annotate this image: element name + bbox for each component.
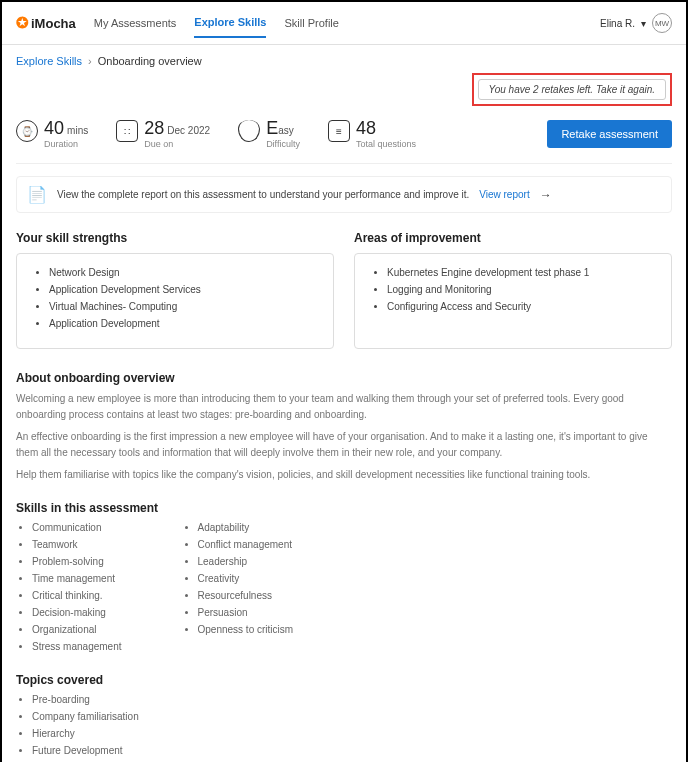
list-item: Hierarchy bbox=[32, 725, 139, 742]
list-item: Pre-boarding bbox=[32, 691, 139, 708]
skills-col1: CommunicationTeamworkProblem-solvingTime… bbox=[16, 519, 122, 655]
top-bar: ✪ iMocha My Assessments Explore Skills S… bbox=[2, 2, 686, 45]
list-item: Network Design bbox=[49, 264, 319, 281]
improve-title: Areas of improvement bbox=[354, 231, 672, 245]
improve-list: Kubernetes Engine development test phase… bbox=[369, 264, 657, 315]
calendar-icon: ∷ bbox=[116, 120, 138, 142]
avatar: MW bbox=[652, 13, 672, 33]
chevron-down-icon: ▾ bbox=[641, 18, 646, 29]
stats-row: ⌚ 40 mins Duration ∷ 28 Dec 2022 Due on … bbox=[16, 110, 672, 164]
list-item: Virtual Machines- Computing bbox=[49, 298, 319, 315]
retake-notice: You have 2 retakes left. Take it again. bbox=[478, 79, 666, 100]
list-item: Openness to criticism bbox=[198, 621, 294, 638]
list-item: Configuring Access and Security bbox=[387, 298, 657, 315]
improve-box: Kubernetes Engine development test phase… bbox=[354, 253, 672, 349]
list-item: Organizational bbox=[32, 621, 122, 638]
stat-difficulty: Easy Difficulty bbox=[238, 118, 300, 149]
brand-name: iMocha bbox=[31, 16, 76, 31]
about-p1: Welcoming a new employee is more than in… bbox=[16, 391, 672, 423]
skills-title: Skills in this assessment bbox=[16, 501, 672, 515]
stat-due: ∷ 28 Dec 2022 Due on bbox=[116, 118, 210, 149]
list-item: Teamwork bbox=[32, 536, 122, 553]
list-item: Company familiarisation bbox=[32, 708, 139, 725]
user-name: Elina R. bbox=[600, 18, 635, 29]
list-item: Communication bbox=[32, 519, 122, 536]
about-title: About onboarding overview bbox=[16, 371, 672, 385]
retake-assessment-button[interactable]: Retake assessment bbox=[547, 120, 672, 148]
clock-icon: ⌚ bbox=[16, 120, 38, 142]
nav-skill-profile[interactable]: Skill Profile bbox=[284, 9, 338, 37]
report-banner: 📄 View the complete report on this asses… bbox=[16, 176, 672, 213]
shield-icon bbox=[238, 120, 260, 142]
nav-my-assessments[interactable]: My Assessments bbox=[94, 9, 177, 37]
brand-logo[interactable]: ✪ iMocha bbox=[16, 14, 76, 32]
chevron-right-icon: › bbox=[88, 55, 92, 67]
list-item: Creativity bbox=[198, 570, 294, 587]
strengths-title: Your skill strengths bbox=[16, 231, 334, 245]
report-text: View the complete report on this assessm… bbox=[57, 189, 469, 200]
report-icon: 📄 bbox=[27, 185, 47, 204]
list-item: Application Development bbox=[49, 315, 319, 332]
list-item: Kubernetes Engine development test phase… bbox=[387, 264, 657, 281]
strengths-list: Network DesignApplication Development Se… bbox=[31, 264, 319, 332]
about-p3: Help them familiarise with topics like t… bbox=[16, 467, 672, 483]
list-item: Decision-making bbox=[32, 604, 122, 621]
arrow-right-icon: → bbox=[540, 188, 552, 202]
list-item: Adaptability bbox=[198, 519, 294, 536]
retake-notice-highlight: You have 2 retakes left. Take it again. bbox=[472, 73, 672, 106]
list-item: Application Development Services bbox=[49, 281, 319, 298]
breadcrumb-current: Onboarding overview bbox=[98, 55, 202, 67]
topics-title: Topics covered bbox=[16, 673, 672, 687]
list-item: Stress management bbox=[32, 638, 122, 655]
breadcrumb: Explore Skills › Onboarding overview bbox=[16, 55, 672, 67]
user-menu[interactable]: Elina R. ▾ MW bbox=[600, 13, 672, 33]
list-item: Resourcefulness bbox=[198, 587, 294, 604]
document-icon: ≡ bbox=[328, 120, 350, 142]
list-item: Problem-solving bbox=[32, 553, 122, 570]
stat-duration: ⌚ 40 mins Duration bbox=[16, 118, 88, 149]
nav-explore-skills[interactable]: Explore Skills bbox=[194, 8, 266, 38]
breadcrumb-root[interactable]: Explore Skills bbox=[16, 55, 82, 67]
list-item: Conflict management bbox=[198, 536, 294, 553]
strengths-box: Network DesignApplication Development Se… bbox=[16, 253, 334, 349]
about-p2: An effective onboarding is the first imp… bbox=[16, 429, 672, 461]
view-report-link[interactable]: View report bbox=[479, 189, 529, 200]
stat-total: ≡ 48 Total questions bbox=[328, 118, 416, 149]
brand-icon: ✪ bbox=[16, 14, 29, 32]
list-item: Time management bbox=[32, 570, 122, 587]
list-item: Critical thinking. bbox=[32, 587, 122, 604]
skills-col2: AdaptabilityConflict managementLeadershi… bbox=[182, 519, 294, 655]
list-item: Persuasion bbox=[198, 604, 294, 621]
list-item: Future Development bbox=[32, 742, 139, 759]
list-item: Leadership bbox=[198, 553, 294, 570]
list-item: Logging and Monitoring bbox=[387, 281, 657, 298]
topics-list: Pre-boardingCompany familiarisationHiera… bbox=[16, 691, 139, 759]
